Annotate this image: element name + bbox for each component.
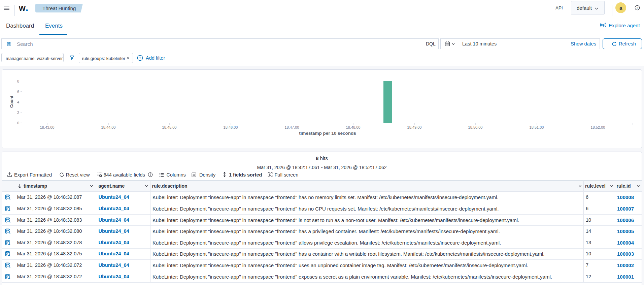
svg-text:?: ? (636, 6, 638, 9)
